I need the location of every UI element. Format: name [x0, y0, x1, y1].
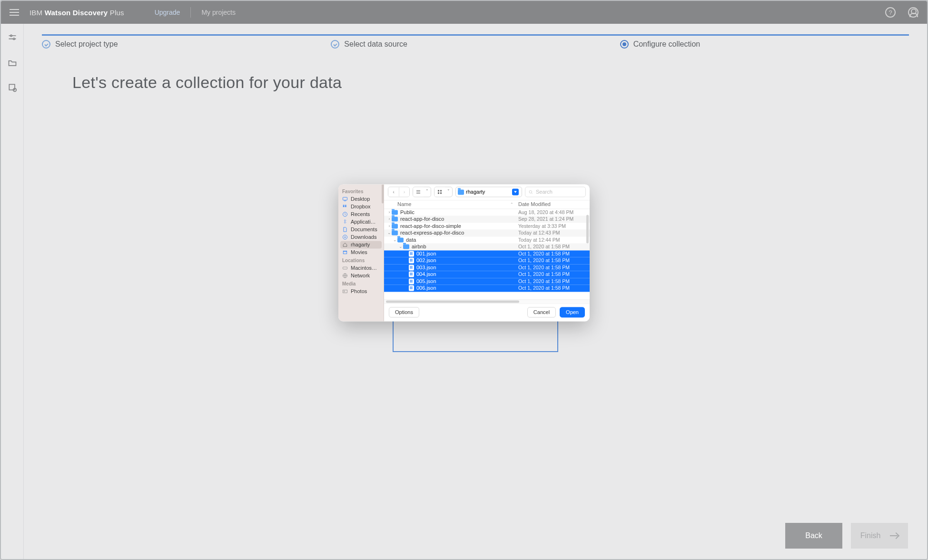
svg-rect-4	[9, 84, 15, 90]
row-date: Oct 1, 2020 at 1:58 PM	[518, 251, 590, 256]
collection-icon[interactable]	[8, 83, 17, 92]
grid-icon	[434, 187, 445, 196]
sidebar-item-downloads[interactable]: Downloads	[338, 233, 384, 241]
finish-button[interactable]: Finish	[851, 523, 908, 549]
file-row[interactable]: 004.jsonOct 1, 2020 at 1:58 PM	[384, 271, 590, 278]
divider	[190, 7, 191, 18]
back-button[interactable]: Back	[785, 523, 842, 549]
sidebar-item-network[interactable]: Network	[338, 272, 384, 279]
folder-row[interactable]: ›react-app-for-discoSep 28, 2021 at 1:24…	[384, 216, 590, 223]
view-grid-button[interactable]: ⌄	[434, 187, 453, 197]
disk-icon	[342, 265, 348, 271]
folder-icon[interactable]	[8, 58, 17, 68]
nav-back-button[interactable]: ‹	[388, 187, 399, 196]
path-label: rhagarty	[466, 189, 485, 195]
svg-line-28	[532, 193, 533, 194]
row-date: Oct 1, 2020 at 1:58 PM	[518, 278, 590, 284]
disclosure-icon[interactable]: ›	[387, 210, 392, 215]
sidebar-item-label: Documents	[351, 226, 377, 232]
product-brand: IBM Watson Discovery Plus	[30, 9, 124, 17]
sort-caret-icon: ⌃	[510, 202, 513, 206]
svg-rect-10	[343, 197, 347, 200]
disclosure-icon[interactable]: ⌄	[393, 237, 397, 242]
user-icon[interactable]	[908, 7, 918, 18]
open-button[interactable]: Open	[560, 307, 585, 317]
step-configure-collection[interactable]: Configure collection	[620, 40, 909, 49]
sidebar-item-label: Movies	[351, 249, 367, 255]
row-date: Oct 1, 2020 at 1:58 PM	[518, 244, 590, 250]
file-row[interactable]: 001.jsonOct 1, 2020 at 1:58 PM	[384, 250, 590, 257]
cancel-button[interactable]: Cancel	[527, 307, 556, 317]
step-select-project-type[interactable]: Select project type	[42, 40, 331, 49]
arrow-right-icon	[890, 533, 898, 538]
step-label: Select project type	[55, 40, 118, 49]
svg-point-3	[13, 38, 14, 39]
sidebar-item-label: Macintos…	[351, 265, 377, 271]
disclosure-icon[interactable]: ›	[387, 217, 392, 222]
sidebar-group-media: Media	[338, 279, 384, 287]
file-row[interactable]: 003.jsonOct 1, 2020 at 1:58 PM	[384, 264, 590, 271]
sidebar-item-desktop[interactable]: Desktop	[338, 195, 384, 203]
file-list[interactable]: ›PublicAug 18, 2020 at 4:48 PM›react-app…	[384, 209, 590, 299]
finish-label: Finish	[860, 531, 881, 540]
folder-row[interactable]: ⌄airbnbOct 1, 2020 at 1:58 PM	[384, 243, 590, 250]
row-date: Today at 12:43 PM	[518, 230, 590, 236]
search-placeholder: Search	[536, 189, 553, 195]
sidebar-item-applications[interactable]: Applicati…	[338, 218, 384, 226]
sidebar-item-dropbox[interactable]: Dropbox	[338, 203, 384, 210]
nav-forward-button[interactable]: ›	[399, 187, 409, 196]
sidebar-item-photos[interactable]: Photos	[338, 287, 384, 295]
step-select-data-source[interactable]: Select data source	[331, 40, 620, 49]
scrollbar-thumb[interactable]	[386, 300, 519, 303]
svg-rect-14	[343, 251, 347, 254]
brand-prefix: IBM	[30, 9, 45, 17]
horizontal-scrollbar[interactable]	[384, 299, 590, 303]
disclosure-icon[interactable]: ⌄	[387, 231, 392, 236]
finder-sidebar: Favorites Desktop Dropbox Recents Applic…	[338, 184, 384, 321]
file-icon	[409, 272, 414, 277]
folder-row[interactable]: ›PublicAug 18, 2020 at 4:48 PM	[384, 209, 590, 216]
svg-point-27	[529, 190, 532, 193]
brand-suffix: Plus	[108, 9, 124, 17]
help-icon[interactable]	[885, 7, 896, 18]
view-list-button[interactable]: ⌄	[413, 187, 431, 197]
brand-bold: Watson Discovery	[45, 9, 108, 17]
disclosure-icon[interactable]: ›	[387, 224, 392, 228]
movies-icon	[342, 249, 348, 255]
options-button[interactable]: Options	[389, 307, 419, 317]
applications-icon	[342, 219, 348, 225]
list-header[interactable]: Name⌃ Date Modified	[384, 200, 590, 209]
file-icon	[409, 251, 414, 256]
sidebar-item-macintosh[interactable]: Macintos…	[338, 264, 384, 272]
sidebar-item-recents[interactable]: Recents	[338, 210, 384, 218]
sliders-icon[interactable]	[8, 33, 17, 43]
svg-rect-16	[343, 267, 347, 269]
row-name: 004.json	[416, 272, 518, 277]
folder-row[interactable]: ⌄dataToday at 12:44 PM	[384, 236, 590, 244]
folder-icon	[403, 245, 409, 249]
dropdown-icon	[512, 188, 519, 195]
search-input[interactable]: Search	[525, 187, 586, 197]
sidebar-item-documents[interactable]: Documents	[338, 226, 384, 233]
folder-row[interactable]: ⌄react-express-app-for-discoToday at 12:…	[384, 229, 590, 236]
sidebar-group-locations: Locations	[338, 256, 384, 264]
row-date: Sep 28, 2021 at 1:24 PM	[518, 216, 590, 222]
file-row[interactable]: 002.jsonOct 1, 2020 at 1:58 PM	[384, 257, 590, 264]
nav-upgrade[interactable]: Upgrade	[155, 9, 180, 16]
path-selector[interactable]: rhagarty	[455, 187, 522, 197]
disclosure-icon[interactable]: ⌄	[398, 245, 403, 249]
row-date: Oct 1, 2020 at 1:58 PM	[518, 265, 590, 270]
file-row[interactable]: 005.jsonOct 1, 2020 at 1:58 PM	[384, 278, 590, 285]
network-icon	[342, 273, 348, 278]
sidebar-item-rhagarty[interactable]: rhagarty	[340, 241, 382, 248]
sidebar-item-movies[interactable]: Movies	[338, 248, 384, 256]
sidebar-item-label: rhagarty	[351, 242, 370, 247]
nav-my-projects[interactable]: My projects	[201, 9, 236, 16]
folder-row[interactable]: ›react-app-for-disco-simpleYesterday at …	[384, 223, 590, 230]
file-icon	[409, 258, 414, 264]
file-icon	[409, 265, 414, 270]
svg-point-1	[10, 35, 11, 36]
menu-icon[interactable]	[10, 9, 19, 16]
file-row[interactable]: 006.jsonOct 1, 2020 at 1:58 PM	[384, 285, 590, 292]
file-icon	[409, 278, 414, 284]
